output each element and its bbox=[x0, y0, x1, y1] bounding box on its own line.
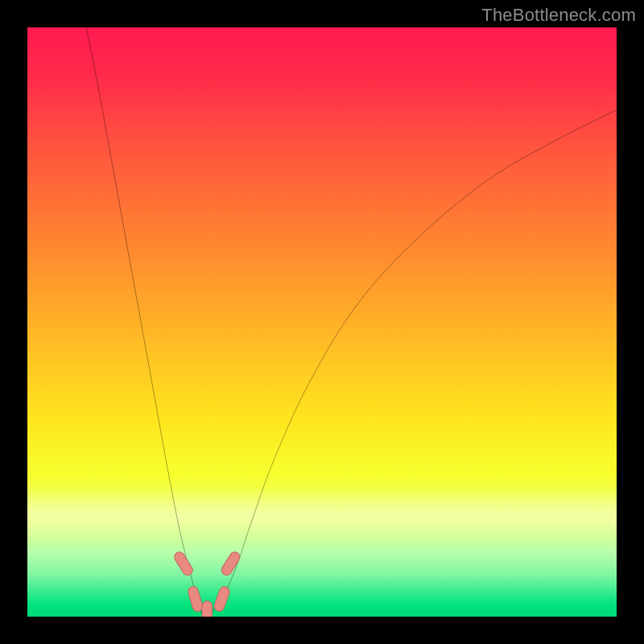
curve-marker-layer bbox=[172, 550, 242, 617]
curve-marker bbox=[187, 585, 204, 613]
curve-marker bbox=[202, 601, 212, 617]
watermark-text: TheBottleneck.com bbox=[481, 5, 636, 26]
bottleneck-curve-path bbox=[86, 27, 617, 617]
curve-marker bbox=[213, 585, 230, 613]
curve-marker bbox=[220, 550, 242, 576]
curve-layer bbox=[86, 27, 617, 617]
bottleneck-curve-svg bbox=[27, 27, 617, 617]
chart-frame: TheBottleneck.com bbox=[0, 0, 644, 644]
plot-area bbox=[27, 27, 617, 617]
curve-marker bbox=[172, 550, 194, 576]
